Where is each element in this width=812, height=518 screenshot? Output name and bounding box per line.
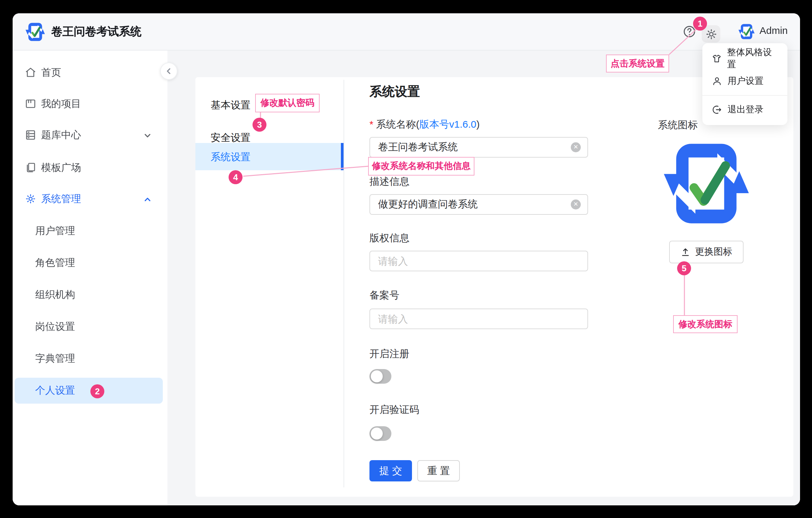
sidebar-item-home[interactable]: 首页	[12, 60, 168, 85]
annotation-callout-4: 修改系统名称和其他信息	[368, 157, 474, 175]
tab-system-settings[interactable]: 系统设置	[195, 144, 344, 170]
change-icon-button[interactable]: 更换图标	[669, 241, 744, 263]
menu-item-logout[interactable]: 退出登录	[702, 99, 787, 121]
copyright-label: 版权信息	[370, 232, 409, 245]
captcha-toggle-label: 开启验证码	[370, 404, 419, 416]
sidebar-item-label: 岗位设置	[35, 320, 75, 333]
register-toggle[interactable]	[370, 369, 392, 384]
logout-icon	[712, 104, 722, 115]
chevron-up-icon	[144, 195, 151, 203]
sidebar-item-personal-active[interactable]: 个人设置	[14, 378, 163, 404]
annotation-badge-1: 1	[693, 17, 707, 31]
system-icon-label: 系统图标	[658, 119, 698, 132]
description-label: 描述信息	[370, 175, 409, 188]
system-icon-preview	[663, 137, 750, 230]
sidebar-item-label: 个人设置	[35, 384, 75, 397]
sidebar-item-label: 组织机构	[35, 288, 75, 301]
icp-label: 备案号	[370, 289, 399, 302]
clear-icon[interactable]: ✕	[571, 142, 581, 152]
reset-button[interactable]: 重 置	[417, 460, 460, 482]
tab-label: 安全设置	[211, 131, 251, 144]
sidebar-item-label: 系统管理	[41, 192, 81, 205]
description-input[interactable]	[370, 194, 588, 215]
sidebar-item-label: 模板广场	[41, 161, 81, 174]
sidebar-item-templates[interactable]: 模板广场	[12, 155, 168, 180]
sidebar-item-org[interactable]: 组织机构	[12, 283, 168, 306]
menu-divider	[702, 95, 787, 96]
annotation-badge-4: 4	[229, 170, 242, 184]
system-gear-icon	[25, 193, 36, 205]
copyright-input[interactable]	[370, 251, 588, 271]
menu-item-user-settings[interactable]: 用户设置	[702, 70, 787, 92]
chevron-down-icon	[144, 132, 151, 140]
sidebar-collapse-button[interactable]	[160, 62, 177, 80]
gear-icon	[705, 28, 717, 40]
user-icon	[712, 76, 722, 86]
sidebar	[12, 51, 168, 506]
sidebar-item-label: 我的项目	[41, 98, 81, 110]
captcha-toggle[interactable]	[370, 426, 392, 441]
screenshot-stage: 卷王问卷考试系统 Admin 首页	[0, 0, 812, 518]
version-link[interactable]: 版本号v1.6.0	[419, 118, 476, 130]
menu-item-label: 用户设置	[728, 75, 763, 87]
app-window: 卷王问卷考试系统 Admin 首页	[12, 13, 800, 506]
sidebar-item-system-mgmt[interactable]: 系统管理	[12, 186, 168, 212]
menu-item-label: 退出登录	[728, 104, 763, 116]
icp-input[interactable]	[370, 308, 588, 329]
annotation-badge-2: 2	[90, 384, 104, 398]
app-logo-icon	[25, 22, 45, 42]
submit-button[interactable]: 提 交	[370, 460, 412, 482]
annotation-badge-5: 5	[677, 261, 691, 275]
system-name-input[interactable]	[370, 137, 588, 158]
sidebar-item-label: 用户管理	[35, 224, 75, 237]
app-title: 卷王问卷考试系统	[51, 13, 142, 50]
register-toggle-label: 开启注册	[370, 348, 409, 360]
sidebar-item-dict[interactable]: 字典管理	[12, 347, 168, 370]
sidebar-item-role-mgmt[interactable]: 角色管理	[12, 251, 168, 274]
tab-label: 基本设置	[211, 99, 251, 111]
sidebar-item-label: 字典管理	[35, 352, 75, 365]
home-icon	[25, 66, 36, 79]
projects-icon	[25, 98, 36, 110]
sidebar-item-user-mgmt[interactable]: 用户管理	[12, 219, 168, 242]
sidebar-item-projects[interactable]: 我的项目	[12, 91, 168, 116]
chevron-left-icon	[166, 68, 172, 75]
tab-label: 系统设置	[211, 151, 251, 163]
templates-icon	[25, 162, 36, 173]
question-bank-icon	[25, 129, 36, 141]
user-avatar[interactable]	[738, 23, 755, 40]
annotation-badge-3: 3	[253, 118, 266, 132]
required-mark: *	[370, 118, 373, 130]
annotation-callout-5: 修改系统图标	[673, 315, 737, 333]
sidebar-item-label: 题库中心	[41, 129, 81, 141]
sidebar-item-label: 首页	[41, 66, 61, 79]
sidebar-item-label: 角色管理	[35, 256, 75, 269]
change-icon-button-label: 更换图标	[695, 246, 732, 258]
tshirt-icon	[712, 53, 722, 64]
tab-divider	[344, 80, 344, 487]
user-dropdown-menu: 整体风格设置 用户设置 退出登录	[702, 43, 787, 125]
sidebar-item-question-bank[interactable]: 题库中心	[12, 122, 168, 147]
clear-icon[interactable]: ✕	[571, 199, 581, 210]
upload-icon	[680, 247, 690, 257]
menu-item-style-settings[interactable]: 整体风格设置	[702, 47, 787, 70]
system-name-label: * 系统名称(版本号v1.6.0)	[370, 118, 480, 131]
annotation-callout-1: 点击系统设置	[606, 55, 669, 73]
page-title: 系统设置	[370, 83, 420, 101]
annotation-callout-3: 修改默认密码	[255, 94, 320, 112]
sidebar-item-post[interactable]: 岗位设置	[12, 315, 168, 338]
menu-item-label: 整体风格设置	[727, 47, 778, 71]
username-label: Admin	[759, 25, 788, 36]
